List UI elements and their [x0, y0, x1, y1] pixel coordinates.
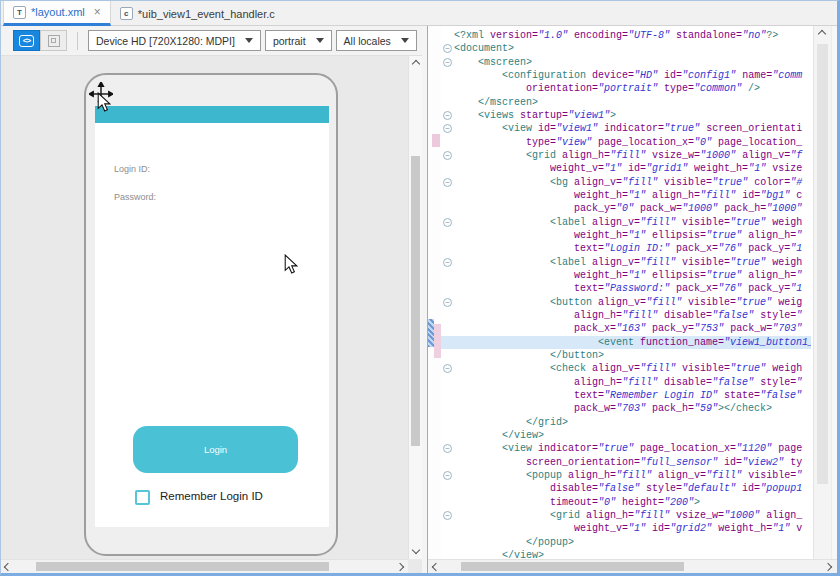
scroll-left-icon[interactable] — [5, 564, 13, 572]
password-label[interactable]: Password: — [114, 192, 156, 202]
scroll-up-icon[interactable] — [413, 61, 421, 69]
remember-checkbox-label[interactable]: Remember Login ID — [160, 490, 263, 502]
code-line[interactable]: − <check align_v="fill" visible="true" w… — [441, 362, 811, 375]
design-canvas[interactable]: Login ID: Password: Login Remember Login… — [1, 56, 408, 559]
code-text: <event function_name="view1_button1_on — [454, 337, 811, 348]
designer-toolbar: <> Device HD [720X1280: MDPI] portrait A… — [1, 26, 422, 56]
code-line[interactable]: − <popup align_h="fill" align_v="fill" v… — [441, 469, 811, 482]
fold-collapse-icon[interactable]: − — [443, 444, 452, 453]
login-id-label[interactable]: Login ID: — [114, 164, 150, 174]
fold-collapse-icon[interactable]: − — [443, 124, 452, 133]
fold-collapse-icon[interactable]: − — [443, 298, 452, 307]
canvas-vertical-scrollbar[interactable] — [408, 56, 422, 559]
code-line[interactable]: − <label align_v="fill" visible="true" w… — [441, 256, 811, 269]
fold-collapse-icon[interactable]: − — [443, 111, 452, 120]
code-line[interactable]: <configuration device="HD" id="config1" … — [441, 69, 811, 82]
code-line[interactable]: − <view id="view1" indicator="true" scre… — [441, 122, 811, 135]
locale-select[interactable]: All locales — [336, 30, 417, 51]
view-title-bar[interactable] — [95, 106, 329, 123]
code-line[interactable]: weight_h="1" ellipsis="true" align_h=" — [441, 269, 811, 282]
code-line[interactable]: </mscreen> — [441, 96, 811, 109]
code-text: </view> — [454, 430, 544, 441]
code-line[interactable]: screen_orientation="full_sensor" id="vie… — [441, 456, 811, 469]
scrollbar-thumb[interactable] — [817, 44, 828, 484]
scroll-left-icon[interactable] — [433, 564, 441, 572]
scroll-right-icon[interactable] — [825, 564, 833, 572]
code-line[interactable]: − <mscreen> — [441, 56, 811, 69]
remember-checkbox[interactable] — [135, 490, 150, 505]
fold-collapse-icon[interactable]: − — [443, 258, 452, 267]
code-line[interactable]: − <label align_v="fill" visible="true" w… — [441, 216, 811, 229]
code-line[interactable]: weight_v="1" id="grid1" weight_h="1" vsi… — [441, 162, 811, 175]
code-line[interactable]: pack_w="703" pack_h="59"></check> — [441, 402, 811, 415]
fold-collapse-icon[interactable]: − — [443, 471, 452, 480]
code-line[interactable]: timeout="0" height="200"> — [441, 495, 811, 508]
tab-layout-xml[interactable]: T *layout.xml × — [3, 1, 111, 26]
source-view-button[interactable]: <> — [13, 30, 40, 51]
code-line[interactable]: − <button align_v="fill" visible="true" … — [441, 296, 811, 309]
code-line[interactable]: − <grid align_h="fill" vsize_w="1000" al… — [441, 149, 811, 162]
fold-collapse-icon[interactable]: − — [443, 151, 452, 160]
code-line[interactable]: </view> — [441, 429, 811, 442]
code-line[interactable]: text="Login ID:" pack_x="76" pack_y="1 — [441, 242, 811, 255]
code-line[interactable]: text="Remember Login ID" state="false" — [441, 389, 811, 402]
device-screen[interactable]: Login ID: Password: Login Remember Login… — [95, 106, 329, 527]
code-text: <label align_v="fill" visible="true" wei… — [454, 217, 802, 228]
code-line[interactable]: </button> — [441, 349, 811, 362]
device-select[interactable]: Device HD [720X1280: MDPI] — [88, 30, 261, 51]
code-line[interactable]: </view> — [441, 549, 811, 559]
scrollbar-thumb[interactable] — [411, 156, 420, 446]
code-line[interactable]: type="view" page_location_x="0" page_loc… — [441, 136, 811, 149]
code-text: weight_v="1" id="grid2" weight_h="1" v — [454, 523, 802, 534]
code-line[interactable]: −<document> — [441, 42, 811, 55]
code-line[interactable]: − <grid align_h="fill" vsize_w="1000" al… — [441, 509, 811, 522]
scroll-down-icon[interactable] — [413, 547, 421, 555]
tab-label: *uib_view1_event_handler.c — [138, 8, 275, 20]
device-select-value: Device HD [720X1280: MDPI] — [96, 35, 235, 47]
code-line[interactable]: orientation="portrait" type="common" /> — [441, 82, 811, 95]
design-view-button[interactable] — [40, 30, 67, 51]
fold-collapse-icon[interactable]: − — [443, 364, 452, 373]
code-line[interactable]: weight_h="1" ellipsis="true" align_h=" — [441, 229, 811, 242]
code-line[interactable]: <event function_name="view1_button1_on — [441, 336, 811, 349]
fold-collapse-icon[interactable]: − — [443, 218, 452, 227]
scroll-up-icon[interactable] — [819, 31, 827, 39]
scrollbar-thumb[interactable] — [36, 562, 329, 571]
code-text: <bg align_v="fill" visible="true" color=… — [454, 177, 802, 188]
code-line[interactable]: </grid> — [441, 416, 811, 429]
tab-event-handler-c[interactable]: c *uib_view1_event_handler.c — [111, 1, 284, 26]
canvas-horizontal-scrollbar[interactable] — [1, 559, 408, 573]
fold-gutter: − — [441, 298, 454, 307]
code-line[interactable]: <?xml version="1.0" encoding="UTF-8" sta… — [441, 29, 811, 42]
fold-collapse-icon[interactable]: − — [443, 178, 452, 187]
scrollbar-thumb[interactable] — [461, 562, 684, 571]
close-tab-icon[interactable]: × — [94, 5, 101, 19]
pointer-cursor-icon — [284, 254, 298, 274]
annotation-marker — [432, 134, 440, 147]
code-text: <popup align_h="fill" align_v="fill" vis… — [454, 470, 802, 481]
code-text: </popup> — [454, 537, 574, 548]
code-line[interactable]: disable="false" style="default" id="popu… — [441, 482, 811, 495]
code-line[interactable]: align_h="fill" disable="false" style=" — [441, 309, 811, 322]
scroll-right-icon[interactable] — [397, 564, 405, 572]
code-line[interactable]: − <views startup="view1"> — [441, 109, 811, 122]
code-line[interactable]: align_h="fill" disable="false" style=" — [441, 376, 811, 389]
code-line[interactable]: </popup> — [441, 535, 811, 548]
code-line[interactable]: text="Password:" pack_x="76" pack_y="1 — [441, 282, 811, 295]
code-line[interactable]: pack_x="163" pack_y="753" pack_w="703" — [441, 322, 811, 335]
fold-collapse-icon[interactable]: − — [443, 58, 452, 67]
chevron-down-icon — [316, 38, 324, 43]
editor-vertical-scrollbar[interactable] — [813, 26, 831, 559]
code-area[interactable]: <?xml version="1.0" encoding="UTF-8" sta… — [441, 26, 811, 559]
code-line[interactable]: weight_h="1" align_h="fill" id="bg1" c — [441, 189, 811, 202]
editor-horizontal-scrollbar[interactable] — [428, 559, 837, 573]
fold-collapse-icon[interactable]: − — [443, 44, 452, 53]
code-line[interactable]: pack_y="0" pack_w="1000" pack_h="1000" — [441, 202, 811, 215]
code-line[interactable]: weight_v="1" id="grid2" weight_h="1" v — [441, 522, 811, 535]
orientation-select[interactable]: portrait — [265, 30, 332, 51]
fold-collapse-icon[interactable]: − — [443, 511, 452, 520]
code-line[interactable]: − <bg align_v="fill" visible="true" colo… — [441, 176, 811, 189]
code-line[interactable]: − <view indicator="true" page_location_x… — [441, 442, 811, 455]
login-button[interactable]: Login — [133, 426, 298, 473]
code-text: <view indicator="true" page_location_x="… — [454, 443, 802, 454]
